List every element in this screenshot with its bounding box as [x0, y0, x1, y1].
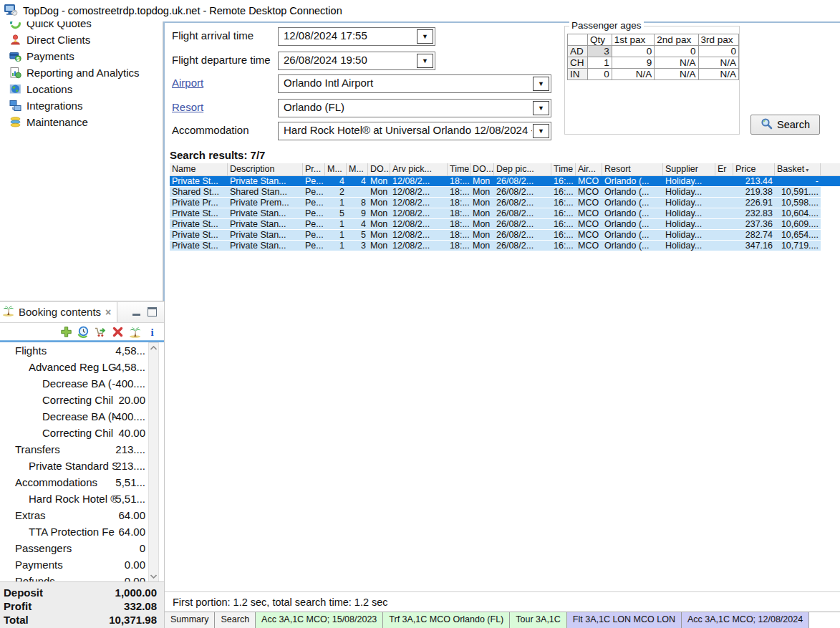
column-header-time[interactable]: Time: [448, 163, 470, 175]
bottom-tab-search[interactable]: Search: [215, 612, 256, 628]
booking-tree-item[interactable]: Decrease BA (-400....: [0, 375, 164, 392]
tree-scrollbar[interactable]: [148, 342, 159, 582]
result-row[interactable]: Private St...Private Stan...Pe...14Mon12…: [170, 219, 821, 230]
sidebar-item-reporting-and-analytics[interactable]: Reporting and Analytics: [0, 64, 163, 81]
column-header-price[interactable]: Price: [733, 163, 775, 175]
airport-combobox[interactable]: Orlando Intl Airport ▼: [278, 74, 551, 93]
column-header-deppic[interactable]: Dep pic...: [494, 163, 551, 175]
sidebar-item-payments[interactable]: $Payments: [0, 48, 163, 64]
pax-cell[interactable]: 9: [612, 57, 655, 69]
scroll-up-icon[interactable]: [149, 343, 158, 353]
result-row[interactable]: Shared St...Shared Stan...Pe...2Mon12/08…: [170, 187, 821, 198]
result-row[interactable]: Private St...Private Stan...Pe...13Mon12…: [170, 241, 821, 251]
column-header-m[interactable]: M...: [347, 163, 368, 175]
booking-tree-item[interactable]: Flights4,58...: [0, 342, 164, 359]
chevron-down-icon[interactable]: ▼: [417, 54, 433, 68]
booking-tree-item[interactable]: Passengers0: [0, 540, 164, 556]
chevron-down-icon[interactable]: ▼: [533, 77, 549, 91]
booking-tree-item[interactable]: Hard Rock Hotel ®5,51...: [0, 491, 164, 507]
chevron-down-icon[interactable]: ▼: [417, 29, 433, 44]
booking-contents-tab[interactable]: Booking contents ×: [0, 302, 117, 322]
chevron-down-icon[interactable]: ▼: [533, 124, 549, 138]
bottom-tab-acc-3a-1c-mco-15-08-2023[interactable]: Acc 3A,1C MCO; 15/08/2023: [256, 612, 383, 628]
accommodation-combobox[interactable]: Hard Rock Hotel® at Universal Orlando 12…: [278, 122, 551, 140]
result-row[interactable]: Private St...Private Stan...Pe...59Mon12…: [170, 208, 821, 219]
pax-cell[interactable]: 0: [588, 69, 612, 80]
column-header-do[interactable]: DO...: [368, 163, 390, 175]
result-row[interactable]: Private St...Private Stan...Pe...44Mon12…: [170, 176, 840, 187]
result-cell: 12/08/2...: [390, 230, 448, 240]
column-header-supplier[interactable]: Supplier: [663, 163, 715, 175]
pax-cell[interactable]: 0: [655, 46, 698, 57]
booking-tree-item[interactable]: TTA Protection Fe64.00: [0, 523, 164, 540]
result-cell: Private St...: [170, 241, 228, 251]
pax-cell[interactable]: 0: [698, 46, 738, 57]
resort-combobox[interactable]: Orlando (FL) ▼: [278, 99, 551, 117]
column-header-do[interactable]: DO...: [470, 163, 494, 175]
booking-tree-item[interactable]: Accommodations5,51...: [0, 474, 164, 491]
pax-cell[interactable]: N/A: [698, 69, 738, 80]
column-header-arvpick[interactable]: Arv pick...: [390, 163, 448, 175]
scroll-down-icon[interactable]: [149, 571, 158, 581]
column-header-pr[interactable]: Pr...: [303, 163, 325, 175]
booking-item-value: 213....: [115, 458, 145, 474]
holiday-icon[interactable]: [129, 326, 141, 338]
booking-tree-item[interactable]: Transfers213....: [0, 441, 164, 458]
search-button[interactable]: Search: [750, 115, 820, 135]
info-icon[interactable]: i: [146, 326, 158, 338]
chevron-down-icon[interactable]: ▼: [533, 101, 549, 115]
column-header-resort[interactable]: Resort: [602, 163, 663, 175]
column-header-m[interactable]: M...: [325, 163, 347, 175]
sidebar-item-locations[interactable]: Locations: [0, 81, 163, 97]
maximize-icon[interactable]: [148, 307, 157, 317]
quote-refresh-icon[interactable]: [77, 326, 90, 338]
sidebar-item-maintenance[interactable]: Maintenance: [0, 114, 163, 130]
result-row[interactable]: Private St...Private Stan...Pe...15Mon12…: [170, 230, 821, 241]
bottom-tab-tour-3a-1c[interactable]: Tour 3A,1C: [510, 612, 567, 628]
resort-link[interactable]: Resort: [172, 101, 203, 113]
result-row[interactable]: Private Pr...Private Prem...Pe...18Mon12…: [170, 198, 821, 208]
booking-tree-item[interactable]: Private Standard S213....: [0, 458, 164, 474]
pax-cell[interactable]: N/A: [612, 69, 655, 80]
booking-tree-item[interactable]: Advanced Reg LG4,58...: [0, 359, 164, 375]
booking-tree-item[interactable]: Correcting Chil40.00: [0, 425, 164, 441]
airport-link[interactable]: Airport: [172, 77, 203, 89]
sidebar-item-direct-clients[interactable]: Direct Clients: [0, 32, 163, 48]
booking-tree-item[interactable]: Extras64.00: [0, 507, 164, 523]
pax-cell[interactable]: N/A: [655, 69, 698, 80]
result-cell: 12/08/2...: [390, 198, 448, 208]
result-cell: Orlando (...: [602, 198, 663, 208]
sidebar-item-quick-quotes[interactable]: Quick Quotes: [0, 21, 163, 32]
booking-item-value: 0.00: [125, 556, 145, 573]
pax-cell[interactable]: 0: [612, 46, 655, 57]
delete-icon[interactable]: [112, 326, 124, 338]
bottom-tab-trf-3a-1c-mco-orlando-fl-[interactable]: Trf 3A,1C MCO Orlando (FL): [383, 612, 510, 628]
flight-departure-label: Flight departure time: [172, 54, 271, 66]
column-header-name[interactable]: Name: [170, 163, 228, 175]
column-header-er[interactable]: Er: [715, 163, 733, 175]
sidebar-item-integrations[interactable]: Integrations: [0, 97, 163, 114]
column-header-air[interactable]: Air...: [576, 163, 602, 175]
result-cell: 5: [325, 208, 347, 218]
minimize-icon[interactable]: [132, 309, 140, 316]
bottom-tab-acc-3a-1c-mco-12-08-2024[interactable]: Acc 3A,1C MCO; 12/08/2024: [682, 612, 809, 628]
basket-checkout-icon[interactable]: [95, 326, 107, 338]
pax-cell[interactable]: 1: [588, 57, 612, 69]
flight-departure-combobox[interactable]: 26/08/2024 19:50 ▼: [278, 52, 435, 70]
column-header-basket[interactable]: Basket▾: [775, 163, 821, 175]
booking-tree-item[interactable]: Correcting Chil20.00: [0, 392, 164, 408]
booking-tree-item[interactable]: Payments0.00: [0, 556, 164, 573]
column-header-description[interactable]: Description: [228, 163, 303, 175]
pax-cell[interactable]: N/A: [698, 57, 738, 69]
booking-tree-item[interactable]: Decrease BA (N-400....: [0, 408, 164, 425]
pax-cell[interactable]: N/A: [655, 57, 698, 69]
pax-cell[interactable]: 3: [588, 46, 612, 57]
result-cell: Private St...: [170, 176, 228, 186]
close-icon[interactable]: ×: [105, 306, 111, 318]
bottom-tab-flt-3a-1c-lon-mco-lon[interactable]: Flt 3A,1C LON MCO LON: [567, 612, 682, 628]
add-icon[interactable]: [60, 326, 72, 338]
bottom-tab-summary[interactable]: Summary: [165, 612, 215, 628]
flight-arrival-combobox[interactable]: 12/08/2024 17:55 ▼: [278, 27, 435, 46]
column-header-time[interactable]: Time: [551, 163, 576, 175]
booking-item-label: Decrease BA (N: [42, 408, 117, 425]
